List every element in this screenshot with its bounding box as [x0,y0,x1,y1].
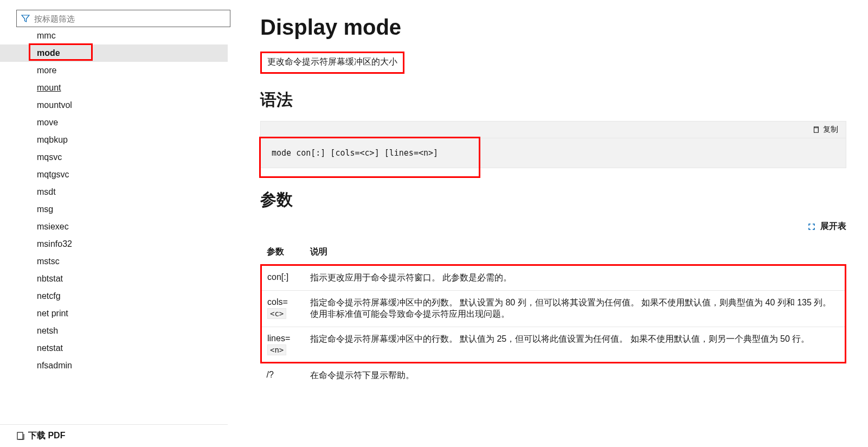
copy-label: 复制 [823,125,838,135]
syntax-heading: 语法 [260,89,846,111]
code-block-wrapper: 复制 mode con[:] [cols=<c>] [lines=<n>] [260,121,846,168]
params-table: 参数 说明 con[:]指示更改应用于命令提示符窗口。 此参数是必需的。cols… [260,240,846,388]
filter-box[interactable] [16,10,230,27]
param-name: lines=<n> [261,327,305,363]
sidebar-item-netstat[interactable]: netstat [0,340,228,357]
download-pdf-label: 下载 PDF [28,430,65,442]
param-desc: 指定命令提示符屏幕缓冲区中的列数。 默认设置为 80 列，但可以将其设置为任何值… [305,291,846,327]
sidebar-item-netcfg[interactable]: netcfg [0,288,228,305]
table-header-param: 参数 [261,240,305,265]
table-header-desc: 说明 [305,240,846,265]
sidebar-item-mmc[interactable]: mmc [0,33,228,44]
sidebar-item-msdt[interactable]: msdt [0,183,228,201]
sidebar-item-mqbkup[interactable]: mqbkup [0,131,228,149]
sidebar-item-move[interactable]: move [0,114,228,131]
param-desc: 在命令提示符下显示帮助。 [305,363,846,388]
param-name: cols=<c> [261,291,305,327]
sidebar-item-mqsvc[interactable]: mqsvc [0,149,228,166]
expand-label: 展开表 [820,221,846,232]
page-description: 更改命令提示符屏幕缓冲区的大小 [267,56,397,69]
filter-icon [21,14,30,23]
sidebar: mmcmodemoremountmountvolmovemqbkupmqsvcm… [0,0,228,447]
param-desc: 指定命令提示符屏幕缓冲区中的行数。 默认值为 25，但可以将此值设置为任何值。 … [305,327,846,363]
sidebar-item-netsh[interactable]: netsh [0,322,228,340]
svg-rect-0 [17,432,23,439]
expand-icon [807,222,816,231]
copy-button[interactable]: 复制 [812,125,838,135]
syntax-code: mode con[:] [cols=<c>] [lines=<n>] [260,138,846,168]
sidebar-item-mount[interactable]: mount [0,79,228,97]
params-heading: 参数 [260,189,846,211]
param-name: con[:] [261,265,305,291]
svg-rect-1 [814,128,819,133]
sidebar-item-mstsc[interactable]: mstsc [0,253,228,270]
table-row: cols=<c>指定命令提示符屏幕缓冲区中的列数。 默认设置为 80 列，但可以… [261,291,846,327]
pdf-icon [16,432,25,440]
annotation-highlight: 更改命令提示符屏幕缓冲区的大小 [260,52,404,74]
sidebar-item-net-print[interactable]: net print [0,305,228,322]
page-title: Display mode [260,15,846,40]
sidebar-item-mode[interactable]: mode [0,44,228,62]
table-row: /?在命令提示符下显示帮助。 [261,363,846,388]
nav-list[interactable]: mmcmodemoremountmountvolmovemqbkupmqsvcm… [0,33,228,424]
param-desc: 指示更改应用于命令提示符窗口。 此参数是必需的。 [305,265,846,291]
sidebar-item-nfsadmin[interactable]: nfsadmin [0,357,228,374]
sidebar-item-more[interactable]: more [0,62,228,79]
sidebar-item-mqtgsvc[interactable]: mqtgsvc [0,166,228,183]
sidebar-item-mountvol[interactable]: mountvol [0,97,228,114]
sidebar-item-msg[interactable]: msg [0,201,228,218]
copy-icon [812,126,820,133]
sidebar-item-msinfo32[interactable]: msinfo32 [0,235,228,253]
expand-table-button[interactable]: 展开表 [260,221,846,232]
table-row: con[:]指示更改应用于命令提示符窗口。 此参数是必需的。 [261,265,846,291]
sidebar-item-nbtstat[interactable]: nbtstat [0,270,228,288]
table-row: lines=<n>指定命令提示符屏幕缓冲区中的行数。 默认值为 25，但可以将此… [261,327,846,363]
download-pdf[interactable]: 下载 PDF [0,424,228,447]
filter-input[interactable] [34,14,226,23]
param-name: /? [261,363,305,388]
sidebar-item-msiexec[interactable]: msiexec [0,218,228,235]
main-content: Display mode 更改命令提示符屏幕缓冲区的大小 语法 复制 mode … [228,0,868,447]
